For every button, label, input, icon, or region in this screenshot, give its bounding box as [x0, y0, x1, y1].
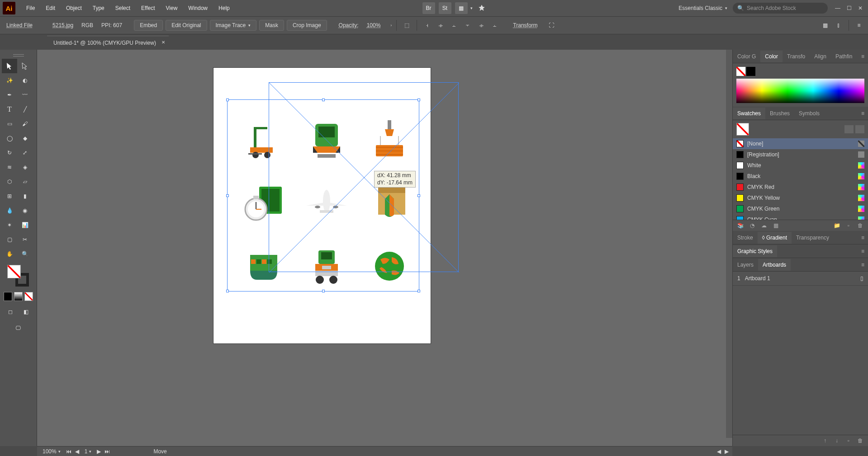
tab-artboards[interactable]: Artboards [758, 259, 791, 271]
panel-menu-icon[interactable]: ≡ [858, 110, 868, 117]
rotate-tool[interactable]: ↻ [2, 146, 17, 160]
swatch-row[interactable]: CMYK Red [733, 182, 868, 193]
artboard-orient-icon[interactable]: ▯ [860, 275, 863, 282]
graph-tool[interactable]: 📊 [17, 218, 33, 232]
color-mode-gradient[interactable] [14, 292, 23, 301]
scale-tool[interactable]: ⤢ [17, 146, 33, 160]
type-tool[interactable]: T [2, 102, 17, 117]
workspace-switcher[interactable]: Essentials Classic ▾ [675, 3, 731, 13]
current-swatch[interactable] [736, 123, 749, 136]
first-artboard-icon[interactable]: ⏮ [66, 448, 71, 455]
hscroll-left-icon[interactable]: ◀ [717, 448, 721, 455]
slice-tool[interactable]: ✂ [17, 232, 33, 247]
tab-color-guide[interactable]: Color G [733, 51, 760, 62]
mesh-tool[interactable]: ⊞ [2, 189, 17, 203]
grid-icon[interactable]: ▦ [820, 20, 830, 31]
tab-transform[interactable]: Transfo [783, 51, 810, 62]
rectangle-tool[interactable]: ▭ [2, 117, 17, 131]
tab-symbols[interactable]: Symbols [794, 108, 824, 119]
free-transform-tool[interactable]: ◈ [17, 160, 33, 174]
tab-brushes[interactable]: Brushes [765, 108, 794, 119]
tab-swatches[interactable]: Swatches [733, 108, 765, 119]
artboard-nav[interactable]: 1 ▾ [83, 448, 94, 455]
tab-gradient[interactable]: ◊ Gradient [758, 232, 792, 244]
stroke-color-chip[interactable] [746, 67, 755, 76]
menu-effect[interactable]: Effect [136, 2, 160, 14]
menu-window[interactable]: Window [183, 2, 213, 14]
panel-menu-icon[interactable]: ≡ [858, 235, 868, 241]
swatch-row[interactable]: CMYK Yellow [733, 193, 868, 203]
paintbrush-tool[interactable]: 🖌 [17, 117, 33, 131]
magic-wand-tool[interactable]: ✨ [2, 73, 17, 88]
gradient-tool[interactable]: ▮ [17, 189, 33, 203]
chevron-right-icon[interactable]: › [390, 23, 392, 28]
tab-pathfinder[interactable]: Pathfin [831, 51, 857, 62]
close-tab-icon[interactable]: ✕ [161, 40, 165, 45]
image-trace-button[interactable]: Image Trace▾ [210, 20, 257, 31]
swatch-list-view-icon[interactable] [844, 125, 854, 133]
panel-menu-icon[interactable]: ≡ [858, 262, 868, 268]
menu-object[interactable]: Object [61, 2, 87, 14]
delete-artboard-icon[interactable]: 🗑 [856, 437, 864, 444]
swatch-row[interactable]: Black [733, 171, 868, 182]
mask-button[interactable]: Mask [259, 20, 284, 31]
transform-link[interactable]: Transform [510, 21, 540, 29]
tab-transparency[interactable]: Transparency [792, 232, 834, 244]
menu-help[interactable]: Help [213, 2, 235, 14]
menu-file[interactable]: File [21, 2, 40, 14]
close-button[interactable]: ✕ [858, 5, 863, 11]
lasso-tool[interactable]: ◐ [17, 73, 33, 88]
align-right-icon[interactable]: ⫠ [449, 20, 460, 31]
width-tool[interactable]: ≋ [2, 160, 17, 174]
swatch-row[interactable]: [Registration] [733, 149, 868, 160]
align-bottom-icon[interactable]: ⫠ [489, 20, 500, 31]
artboard-row[interactable]: 1 Artboard 1 ▯ [733, 272, 868, 286]
menu-select[interactable]: Select [110, 2, 136, 14]
hand-tool[interactable]: ✋ [2, 247, 17, 261]
draw-behind-icon[interactable]: ◧ [19, 305, 33, 319]
linked-filename[interactable]: 5215.jpg [50, 21, 76, 29]
tab-layers[interactable]: Layers [733, 259, 758, 271]
color-spectrum[interactable] [736, 79, 864, 103]
blend-tool[interactable]: ◉ [17, 203, 33, 218]
tab-color[interactable]: Color [760, 51, 783, 62]
document-tab[interactable]: Untitled-1* @ 100% (CMYK/GPU Preview) ✕ [47, 36, 169, 50]
align-vcenter-icon[interactable]: ⟛ [476, 20, 487, 31]
embed-button[interactable]: Embed [134, 20, 163, 31]
line-tool[interactable]: ╱ [17, 102, 33, 117]
screen-mode-icon[interactable]: 🖵 [2, 321, 34, 335]
fill-stroke-control[interactable] [2, 261, 34, 290]
symbol-sprayer-tool[interactable]: ✶ [2, 218, 17, 232]
panel-menu-icon[interactable]: ≡ [854, 20, 864, 31]
vertical-scrollbar[interactable] [726, 50, 732, 438]
zoom-level[interactable]: 100% ▾ [41, 448, 62, 455]
canvas[interactable]: dX: 41.28 mm dY: -17.64 mm [37, 50, 732, 446]
shape-builder-tool[interactable]: ⬡ [2, 174, 17, 189]
zoom-tool[interactable]: 🔍 [17, 247, 33, 261]
prev-artboard-icon[interactable]: ◀ [75, 448, 79, 455]
eyedropper-tool[interactable]: 💧 [2, 203, 17, 218]
delete-swatch-icon[interactable]: 🗑 [856, 222, 864, 229]
snap-icon[interactable]: ⫿ [833, 20, 844, 31]
swatch-row[interactable]: CMYK Green [733, 203, 868, 214]
swatch-row[interactable]: White [733, 160, 868, 171]
color-mode-solid[interactable] [4, 292, 12, 301]
hscroll-right-icon[interactable]: ▶ [725, 448, 729, 455]
perspective-tool[interactable]: ▱ [17, 174, 33, 189]
search-input[interactable]: 🔍 Search Adobe Stock [733, 3, 828, 14]
pen-tool[interactable]: ✒ [2, 88, 17, 102]
swatch-row[interactable]: [None] [733, 138, 868, 149]
new-colorgroup-icon[interactable]: 📁 [833, 222, 841, 229]
panel-menu-icon[interactable]: ≡ [858, 53, 868, 60]
color-mode-none[interactable] [24, 292, 33, 301]
artboard-tool[interactable]: ▢ [2, 232, 17, 247]
menu-edit[interactable]: Edit [40, 2, 61, 14]
artboard-down-icon[interactable]: ↓ [833, 437, 841, 444]
swatch-options-icon[interactable]: ☁ [760, 222, 768, 229]
tab-stroke[interactable]: Stroke [733, 232, 758, 244]
swatch-kind-icon[interactable]: ◔ [748, 222, 756, 229]
new-artboard-icon[interactable]: ▫ [844, 437, 853, 444]
panel-menu-icon[interactable]: ≡ [858, 248, 868, 254]
last-artboard-icon[interactable]: ⏭ [104, 448, 110, 455]
draw-normal-icon[interactable]: ◻ [4, 305, 18, 319]
